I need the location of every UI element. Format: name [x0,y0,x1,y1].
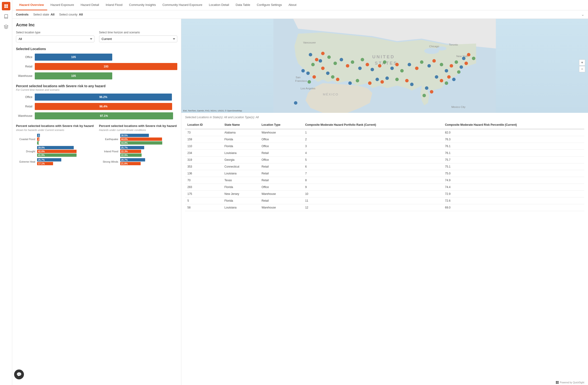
svg-point-75 [445,81,448,85]
table-row[interactable]: 159FloridaOffice276.3 [185,136,584,143]
location-type-select[interactable]: All [16,36,94,42]
bar-label: Warehouse [16,74,35,78]
table-cell-col2: Retail [259,170,303,177]
hazard-label: Inland Flood [99,150,120,153]
nav-tab-configure-settings[interactable]: Configure Settings [253,0,285,10]
company-title: Acme Inc [16,23,177,27]
svg-point-61 [410,83,414,86]
small-bar-fill: 2.9% [37,134,40,137]
hazard-left-chart: Coastal Flood2.9%2.6%1.9%Drought39.0%42.… [16,134,94,165]
table-cell-col1: Texas [222,177,259,183]
table-cell-col0: 5 [185,197,222,204]
hazard-bars: 26.7%21.8% [120,158,145,165]
controls-expand-icon[interactable]: ⌄ [581,12,584,17]
bar-track: 96.4% [35,103,177,110]
svg-point-31 [339,58,343,61]
zoom-in-button[interactable]: + [579,59,585,66]
small-bar-fill: 44.8% [120,141,162,145]
table-cell-col2: Warehouse [259,190,303,197]
table-row[interactable]: 234LouisianaRetail476.1 [185,150,584,156]
svg-point-67 [368,81,372,85]
table-row[interactable]: 319GeorgiaOffice575.7 [185,156,584,163]
svg-text:New York: New York [456,55,468,58]
small-bar-fill: 22.9% [120,154,142,157]
hazard-group-drought: Drought39.0%42.0%41.9% [16,146,94,157]
table-row[interactable]: 73AlabamaWarehouse182.0 [185,129,584,136]
svg-rect-80 [557,381,559,382]
table-header-row: Location IDState NameLocation TypeCompos… [185,121,584,129]
table-body: 73AlabamaWarehouse182.0159FloridaOffice2… [185,129,584,211]
chat-button[interactable]: 💬 [14,369,24,379]
controls-state-label: Select state [33,13,49,16]
bar-track: 193 [35,63,177,70]
location-type-group: Select location type All [16,31,94,42]
severe-risk-chart: Office 96.2% Retail 96.4% Warehouse 97.1… [16,93,177,119]
svg-rect-1 [6,4,8,6]
table-cell-col3: 8 [303,177,443,183]
small-bar-fill: 21.8% [120,162,141,165]
bar-label: Office [16,55,35,59]
bar-row-warehouse: Warehouse 105 [16,72,177,79]
table-row[interactable]: 353ConnecticutRetail675.1 [185,163,584,170]
controls-bar: Controls Select state All Select county … [12,10,588,19]
nav-tab-location-detail[interactable]: Location Detail [206,0,232,10]
top-nav: Hazard OverviewHazard ExposureHazard Det… [12,0,588,10]
table-cell-col2: Retail [259,177,303,183]
zoom-out-button[interactable]: − [579,66,585,72]
table-cell-col4: 76.3 [443,136,584,143]
svg-point-24 [327,55,331,59]
table-cell-col1: Florida [222,197,259,204]
svg-point-50 [450,64,453,68]
svg-point-20 [315,58,318,61]
nav-tab-community-insights[interactable]: Community Insights [126,0,159,10]
table-row[interactable]: 5FloridaRetail1172.6 [185,197,584,204]
small-bar-fill: 17.1% [37,162,53,165]
bar-track: 105 [35,72,177,79]
table-cell-col1: Florida [222,143,259,150]
sidebar-icon-book[interactable] [2,12,10,21]
controls-state: Select state All [33,13,55,16]
bar-fill: 105 [35,54,112,61]
severe-risk-title: Percent selected locations with Severe r… [16,84,177,88]
nav-tab-hazard-detail[interactable]: Hazard Detail [77,0,102,10]
bar-label: Warehouse [16,114,35,117]
svg-point-32 [346,64,349,68]
table-row[interactable]: 175New JerseyWarehouse1072.9 [185,190,584,197]
time-horizon-select[interactable]: Current [99,36,178,42]
sidebar-icon-layers[interactable] [2,23,10,31]
table-cell-col3: 6 [303,163,443,170]
nav-tab-data-table[interactable]: Data Table [232,0,254,10]
svg-point-23 [319,59,322,63]
bar-track: 96.2% [35,93,177,101]
svg-text:Vancouver: Vancouver [303,41,316,44]
table-cell-col4: 76.1 [443,150,584,156]
bar-fill: 193 [35,63,177,70]
hazard-charts-row: Percent selected locations with Severe r… [16,124,177,167]
svg-point-46 [427,64,431,68]
locations-table: Location IDState NameLocation TypeCompos… [185,121,584,211]
left-sidebar [0,0,12,385]
table-cell-col1: Alabama [222,129,259,136]
table-cell-col3: 4 [303,150,443,156]
table-row[interactable]: 283FloridaOffice974.4 [185,183,584,190]
table-row[interactable]: 58LouisianaWarehouse1269.0 [185,204,584,211]
table-row[interactable]: 110FloridaOffice376.1 [185,143,584,150]
nav-tab-about[interactable]: About [285,0,300,10]
table-cell-col3: 1 [303,129,443,136]
table-row[interactable]: 136LouisianaRetail775.0 [185,170,584,177]
nav-tab-inland-flood[interactable]: Inland Flood [102,0,126,10]
svg-point-52 [460,65,463,69]
table-cell-col2: Retail [259,197,303,204]
table-header-location-id: Location ID [185,121,222,129]
svg-point-56 [467,53,471,56]
svg-point-58 [425,86,429,90]
nav-tab-hazard-overview[interactable]: Hazard Overview [16,0,47,10]
table-cell-col3: 3 [303,143,443,150]
table-row[interactable]: 70TexasRetail874.9 [185,177,584,183]
sidebar-icon-home[interactable] [2,2,10,10]
table-cell-col4: 75.1 [443,163,584,170]
svg-point-54 [457,70,461,74]
hazard-left-col: Percent selected locations with Severe r… [16,124,94,167]
nav-tab-community-hazard-exposure[interactable]: Community Hazard Exposure [159,0,206,10]
nav-tab-hazard-exposure[interactable]: Hazard Exposure [47,0,77,10]
